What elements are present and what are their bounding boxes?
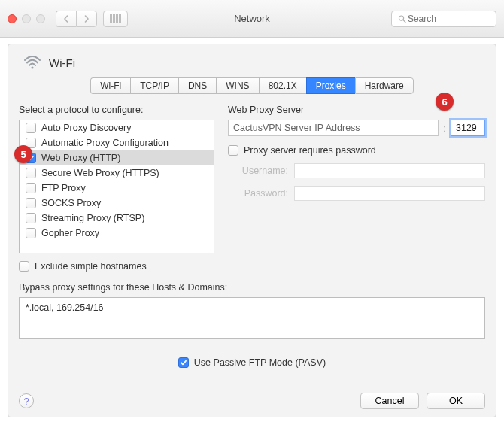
protocol-item-label: Web Proxy (HTTP): [41, 153, 120, 163]
protocol-item-label: Gopher Proxy: [41, 228, 99, 238]
protocol-item[interactable]: Automatic Proxy Configuration: [20, 135, 214, 150]
grid-icon: [110, 14, 121, 23]
checkbox-icon: [26, 168, 36, 178]
bypass-value: *.local, 169.254/16: [26, 302, 104, 313]
bypass-label: Bypass proxy settings for these Hosts & …: [19, 282, 485, 293]
exclude-hostnames-label: Exclude simple hostnames: [35, 261, 147, 272]
forward-button[interactable]: [76, 11, 97, 27]
chevron-left-icon: [62, 15, 70, 23]
ok-button[interactable]: OK: [427, 393, 485, 409]
protocol-item[interactable]: SOCKS Proxy: [20, 196, 214, 211]
close-window-button[interactable]: [8, 14, 17, 23]
preferences-sheet: Wi-Fi Wi-FiTCP/IPDNSWINS802.1XProxiesHar…: [8, 44, 496, 417]
minimize-window-button[interactable]: [22, 14, 31, 23]
username-label: Username:: [228, 165, 288, 176]
help-button[interactable]: ?: [19, 393, 34, 408]
password-input[interactable]: [294, 186, 485, 201]
protocol-item[interactable]: Auto Proxy Discovery: [20, 120, 214, 135]
protocol-item[interactable]: Secure Web Proxy (HTTPS): [20, 165, 214, 181]
checkbox-icon: [26, 213, 36, 223]
toolbar: Network: [0, 0, 504, 38]
cancel-button[interactable]: Cancel: [360, 393, 419, 409]
search-icon: [398, 14, 406, 23]
tab-tcp-ip[interactable]: TCP/IP: [130, 77, 178, 94]
help-icon: ?: [23, 396, 29, 407]
proxy-server-address-input[interactable]: [228, 120, 439, 136]
exclude-hostnames-checkbox[interactable]: Exclude simple hostnames: [19, 261, 214, 272]
bypass-textarea[interactable]: *.local, 169.254/16: [19, 297, 485, 339]
zoom-window-button[interactable]: [36, 14, 45, 23]
tab-wi-fi[interactable]: Wi-Fi: [90, 77, 130, 94]
tab-dns[interactable]: DNS: [178, 77, 216, 94]
chevron-right-icon: [83, 15, 90, 23]
tab-802-1x[interactable]: 802.1X: [259, 77, 306, 94]
protocol-item-label: Automatic Proxy Configuration: [41, 138, 169, 148]
passive-ftp-checkbox[interactable]: Use Passive FTP Mode (PASV): [178, 357, 326, 368]
checkbox-icon: [178, 357, 189, 368]
checkbox-icon: [26, 198, 36, 208]
requires-password-label: Proxy server requires password: [244, 145, 376, 156]
annotation-callout-6: 6: [436, 93, 454, 111]
tab-wins[interactable]: WINS: [216, 77, 258, 94]
protocol-item[interactable]: FTP Proxy: [20, 181, 214, 196]
checkbox-icon: [19, 261, 29, 272]
settings-tabs: Wi-FiTCP/IPDNSWINS802.1XProxiesHardware: [19, 77, 485, 94]
protocol-item[interactable]: Web Proxy (HTTP): [20, 150, 214, 165]
svg-line-1: [403, 20, 405, 22]
checkbox-icon: [26, 123, 36, 133]
requires-password-checkbox[interactable]: Proxy server requires password: [228, 145, 485, 156]
tab-proxies[interactable]: Proxies: [306, 77, 355, 94]
back-button[interactable]: [56, 11, 76, 27]
wifi-icon: [23, 55, 41, 70]
password-label: Password:: [228, 188, 288, 199]
checkbox-icon: [26, 228, 36, 238]
nav-back-forward: [56, 11, 97, 27]
address-port-separator: :: [443, 123, 446, 134]
tab-hardware[interactable]: Hardware: [355, 77, 414, 94]
protocol-item[interactable]: Gopher Proxy: [20, 226, 214, 241]
protocol-item-label: FTP Proxy: [41, 183, 86, 193]
checkbox-icon: [26, 183, 36, 193]
protocol-item-label: Auto Proxy Discovery: [41, 123, 131, 133]
svg-point-2: [31, 66, 33, 68]
protocol-list[interactable]: Auto Proxy DiscoveryAutomatic Proxy Conf…: [19, 120, 214, 253]
protocol-item-label: Secure Web Proxy (HTTPS): [41, 168, 159, 178]
window-traffic-lights: [8, 14, 45, 23]
annotation-callout-5: 5: [14, 145, 32, 163]
protocol-item-label: SOCKS Proxy: [41, 198, 101, 208]
username-input[interactable]: [294, 163, 485, 178]
search-field[interactable]: [391, 11, 496, 27]
protocol-item-label: Streaming Proxy (RTSP): [41, 213, 144, 223]
show-all-button[interactable]: [103, 11, 128, 27]
interface-header: Wi-Fi: [23, 55, 485, 70]
passive-ftp-label: Use Passive FTP Mode (PASV): [194, 357, 326, 368]
checkbox-icon: [228, 145, 238, 156]
protocol-list-label: Select a protocol to configure:: [19, 105, 214, 115]
protocol-item[interactable]: Streaming Proxy (RTSP): [20, 211, 214, 226]
search-input[interactable]: [406, 13, 490, 25]
interface-name: Wi-Fi: [49, 56, 75, 69]
proxy-server-port-input[interactable]: [451, 120, 485, 136]
